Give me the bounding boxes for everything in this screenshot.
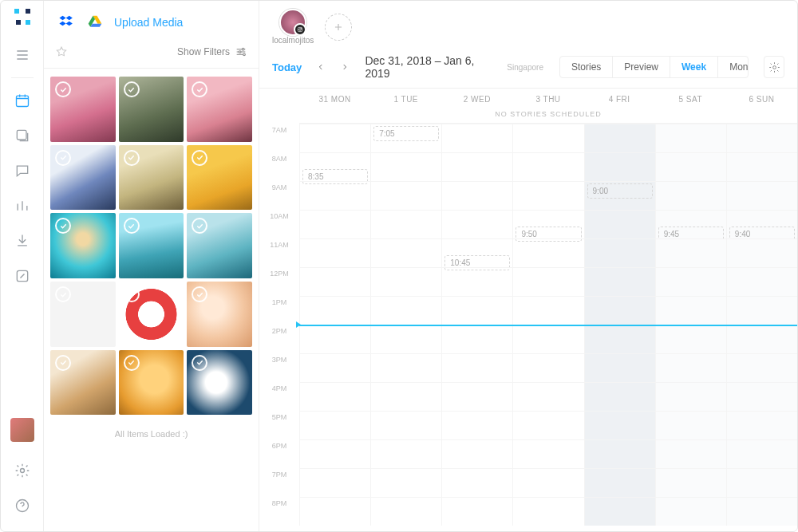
calendar-cell[interactable] (584, 238, 655, 267)
linkinbio-icon[interactable] (10, 264, 34, 288)
calendar-cell[interactable] (370, 439, 441, 468)
media-thumb[interactable] (50, 77, 116, 142)
calendar-cell[interactable] (441, 210, 512, 238)
calendar-cell[interactable] (441, 411, 512, 439)
calendar-cell[interactable] (584, 353, 655, 382)
media-thumb[interactable] (50, 282, 116, 347)
settings-icon[interactable] (10, 459, 34, 483)
calendar-cell[interactable] (584, 468, 655, 497)
calendar-cell[interactable] (584, 325, 655, 353)
calendar-cell[interactable]: 10:45 (441, 238, 512, 267)
calendar-cell[interactable] (655, 296, 726, 325)
media-thumb[interactable] (119, 145, 184, 211)
calendar-cell[interactable] (512, 325, 583, 353)
calendar-cell[interactable] (441, 267, 512, 296)
calendar-cell[interactable] (370, 152, 441, 181)
tab-stories[interactable]: Stories (560, 57, 612, 77)
media-thumb[interactable] (187, 145, 252, 211)
prev-week-button[interactable] (311, 57, 330, 77)
calendar-cell[interactable] (441, 468, 512, 497)
calendar-cell[interactable] (655, 267, 726, 296)
calendar-cell[interactable] (726, 497, 797, 526)
media-thumb[interactable] (187, 77, 252, 142)
media-thumb[interactable] (119, 213, 184, 278)
media-thumb[interactable] (187, 213, 252, 278)
star-icon[interactable] (55, 45, 68, 58)
calendar-cell[interactable] (655, 353, 726, 382)
calendar-cell[interactable] (512, 267, 583, 296)
calendar-cell[interactable] (299, 238, 370, 267)
calendar-cell[interactable] (726, 468, 797, 497)
calendar-cell[interactable] (655, 468, 726, 497)
calendar-cell[interactable] (726, 296, 797, 325)
calendar-cell[interactable] (655, 411, 726, 439)
calendar-cell[interactable] (441, 181, 512, 210)
calendar-cell[interactable] (299, 210, 370, 238)
calendar-cell[interactable] (584, 497, 655, 526)
calendar-cell[interactable] (370, 296, 441, 325)
media-thumb[interactable] (50, 145, 116, 211)
dropbox-icon[interactable] (58, 14, 76, 31)
calendar-cell[interactable] (441, 353, 512, 382)
calendar-cell[interactable] (512, 353, 583, 382)
user-avatar[interactable] (10, 418, 34, 442)
calendar-cell[interactable] (584, 411, 655, 439)
calendar-cell[interactable] (512, 124, 583, 152)
calendar-cell[interactable] (441, 382, 512, 411)
today-button[interactable]: Today (272, 61, 302, 73)
collect-icon[interactable] (10, 229, 34, 253)
calendar-cell[interactable]: 9:50 (512, 210, 583, 238)
calendar-cell[interactable]: 9:40 (726, 210, 797, 238)
calendar-cell[interactable] (584, 124, 655, 152)
calendar-cell[interactable] (299, 124, 370, 152)
help-icon[interactable] (10, 494, 34, 518)
calendar-cell[interactable] (655, 238, 726, 267)
media-thumb[interactable] (187, 350, 252, 416)
calendar-cell[interactable] (584, 152, 655, 181)
calendar-cell[interactable] (726, 439, 797, 468)
tab-preview[interactable]: Preview (612, 57, 670, 77)
calendar-cell[interactable] (299, 267, 370, 296)
calendar-cell[interactable] (584, 439, 655, 468)
calendar-cell[interactable] (584, 267, 655, 296)
calendar-icon[interactable] (10, 89, 34, 112)
calendar-cell[interactable] (441, 124, 512, 152)
calendar-cell[interactable] (370, 238, 441, 267)
calendar-cell[interactable] (370, 210, 441, 238)
calendar-cell[interactable] (726, 124, 797, 152)
calendar-cell[interactable] (299, 382, 370, 411)
calendar-cell[interactable] (299, 497, 370, 526)
media-thumb[interactable] (119, 350, 184, 416)
calendar-cell[interactable] (584, 210, 655, 238)
calendar-cell[interactable] (512, 238, 583, 267)
calendar-cell[interactable] (512, 497, 583, 526)
calendar-cell[interactable] (726, 325, 797, 353)
calendar-cell[interactable] (299, 353, 370, 382)
scheduled-slot[interactable]: 7:05 (373, 126, 439, 141)
calendar-cell[interactable] (299, 468, 370, 497)
calendar-cell[interactable] (370, 181, 441, 210)
calendar-cell[interactable] (370, 325, 441, 353)
account-selector[interactable]: localmojitos (272, 9, 314, 45)
media-thumb[interactable] (119, 77, 184, 142)
google-drive-icon[interactable] (87, 14, 103, 30)
calendar-cell[interactable]: 8:35 (299, 152, 370, 181)
show-filters-button[interactable]: Show Filters (177, 45, 247, 58)
calendar-cell[interactable] (584, 296, 655, 325)
calendar-cell[interactable] (512, 181, 583, 210)
calendar-cell[interactable] (441, 439, 512, 468)
calendar-cell[interactable] (441, 152, 512, 181)
calendar-cell[interactable] (299, 411, 370, 439)
calendar-cell[interactable] (370, 382, 441, 411)
scheduled-slot[interactable]: 9:00 (587, 183, 653, 199)
calendar-cell[interactable] (726, 382, 797, 411)
calendar-cell[interactable] (655, 382, 726, 411)
calendar-cell[interactable] (726, 238, 797, 267)
calendar-cell[interactable] (655, 439, 726, 468)
calendar-cell[interactable] (299, 181, 370, 210)
calendar-cell[interactable] (655, 181, 726, 210)
calendar-cell[interactable] (655, 325, 726, 353)
analytics-icon[interactable] (10, 194, 34, 218)
media-thumb[interactable] (119, 282, 184, 347)
calendar-cell[interactable] (512, 439, 583, 468)
